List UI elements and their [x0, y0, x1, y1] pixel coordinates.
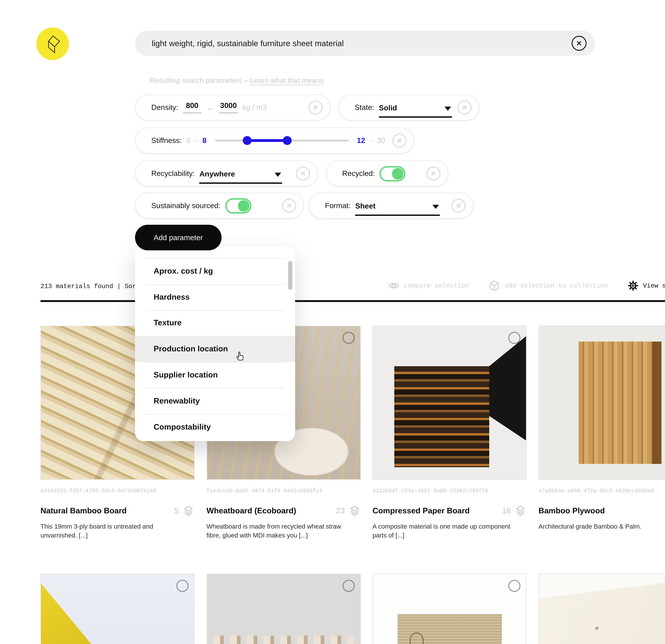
recyclability-select[interactable]: Anywhere: [200, 170, 282, 184]
decorative-shape: [213, 636, 354, 644]
remove-format-icon[interactable]: [452, 199, 466, 213]
material-card[interactable]: a7a6063e-a666-472a-88c8-eb29cc4930e8 Bam…: [538, 326, 665, 540]
option-supplier-location[interactable]: Supplier location: [135, 362, 295, 388]
density-max-input[interactable]: 3000: [219, 101, 238, 114]
remove-recyclability-icon[interactable]: [296, 167, 310, 180]
results-divider: [41, 300, 665, 302]
material-description: Wheatboard is made from recycled wheat s…: [207, 523, 348, 540]
toggle-knob: [238, 200, 249, 212]
recyclability-value: Anywhere: [200, 170, 235, 178]
select-material-circle[interactable]: [342, 580, 355, 592]
decorative-shape: [538, 580, 665, 644]
select-material-circle[interactable]: [176, 580, 189, 592]
brand-logo[interactable]: [36, 27, 69, 60]
option-compostability[interactable]: Compostability: [135, 414, 295, 440]
select-material-circle[interactable]: [509, 580, 520, 592]
view-settings-label: View settings: [643, 282, 665, 289]
chevron-down-icon: [433, 205, 439, 209]
dash: -: [370, 136, 373, 145]
compare-selection-button[interactable]: compare selection: [388, 280, 469, 292]
layers-icon: [514, 505, 527, 517]
recycled-toggle[interactable]: [379, 166, 405, 181]
range-arrow-icon: ↔: [206, 103, 214, 113]
material-description: A composite material is one made up comp…: [373, 523, 515, 540]
material-image-compressed-paper-board: [373, 326, 527, 480]
material-image-yellow-resin-board: [41, 574, 195, 644]
remove-stiffness-icon[interactable]: [393, 134, 406, 148]
material-description: Architectural grade Bamboo & Palm.: [538, 523, 665, 531]
density-label: Density:: [151, 103, 178, 112]
material-card[interactable]: [41, 574, 195, 644]
select-material-circle[interactable]: [509, 332, 520, 344]
material-id: e41d3325-fd27-4795-83c3-0d73b007ece0: [41, 488, 195, 494]
slider-handle-max[interactable]: [283, 136, 291, 145]
remove-state-icon[interactable]: [458, 100, 472, 115]
filter-density: Density: 800 ↔ 3000 kg / m3: [135, 95, 330, 121]
density-min-input[interactable]: 800: [183, 101, 202, 114]
material-image-wood-slats: [207, 574, 361, 644]
material-title: Bamboo Plywood: [538, 506, 605, 515]
folded-sheet-logo-icon: [42, 34, 63, 54]
remove-sustainably-sourced-icon[interactable]: [282, 199, 296, 213]
remove-density-icon[interactable]: [309, 100, 323, 115]
view-settings-button[interactable]: View settings: [628, 280, 665, 291]
add-selection-label: add selection to collection: [505, 282, 608, 289]
toggle-knob: [392, 168, 404, 179]
search-bar: [135, 31, 595, 56]
material-card[interactable]: [538, 574, 665, 644]
remove-recycled-icon[interactable]: [426, 167, 440, 180]
material-image-plywood-sheet: [538, 574, 665, 644]
material-card[interactable]: [207, 574, 361, 644]
material-description: This 19mm 3-ply board is untreated and u…: [41, 523, 183, 540]
add-parameter-button[interactable]: Add parameter: [135, 225, 222, 251]
recycled-label: Recycled:: [342, 169, 375, 178]
stiffness-range-min: 0: [187, 136, 191, 145]
option-aprox-cost[interactable]: Aprox. cost / kg: [135, 258, 295, 284]
format-select[interactable]: Sheet: [355, 202, 440, 216]
clear-search-icon[interactable]: [572, 36, 587, 51]
option-renewablity[interactable]: Renewablity: [135, 388, 295, 414]
stiffness-slider[interactable]: [215, 140, 348, 141]
filter-stiffness: Stiffness: 0 - 8 12 - 30: [135, 128, 414, 154]
eye-icon: [388, 280, 400, 292]
stiffness-selected-min: 8: [203, 136, 207, 145]
option-production-location[interactable]: Production location: [135, 336, 295, 362]
option-texture[interactable]: Texture: [135, 310, 295, 336]
sustainably-sourced-toggle[interactable]: [225, 198, 251, 213]
state-label: State:: [355, 103, 374, 112]
compare-selection-label: compare selection: [404, 282, 469, 289]
slider-handle-min[interactable]: [243, 136, 251, 145]
stiffness-range-max: 30: [377, 136, 385, 145]
material-count: 23: [336, 506, 345, 515]
material-title: Natural Bamboo Board: [41, 506, 127, 515]
learn-more-link[interactable]: Learn what that means: [250, 76, 324, 84]
decorative-shape: [579, 341, 652, 464]
results-toolbar: compare selection add selection to colle…: [388, 280, 665, 292]
sustainably-sourced-label: Sustainably sourced:: [151, 201, 221, 210]
state-value: Solid: [379, 104, 397, 112]
materials-grid: e41d3325-fd27-4795-83c3-0d73b007ece0 Nat…: [41, 326, 665, 540]
filter-recyclability: Recyclability: Anywhere: [135, 161, 318, 187]
state-select[interactable]: Solid: [379, 104, 452, 118]
option-hardness[interactable]: Hardness: [135, 284, 295, 310]
material-card[interactable]: 3132b9df-154a-4062-8e08-33382c393770 Com…: [373, 326, 527, 540]
gear-icon: [628, 280, 639, 291]
format-value: Sheet: [355, 202, 376, 210]
slider-range-fill: [247, 139, 287, 142]
dropdown-scrollbar[interactable]: [288, 261, 292, 290]
filter-recycled: Recycled:: [326, 161, 448, 187]
select-material-circle[interactable]: [342, 332, 355, 344]
results-summary: 213 materials found | Sort: [41, 283, 140, 290]
parameter-options-dropdown: Aprox. cost / kg Hardness Texture Produc…: [135, 246, 295, 441]
search-input[interactable]: [151, 38, 572, 48]
material-count: 5: [174, 506, 179, 515]
layers-icon: [183, 505, 194, 517]
stiffness-label: Stiffness:: [151, 136, 182, 145]
materials-grid-row2: [41, 574, 665, 644]
material-id: a7a6063e-a666-472a-88c8-eb29cc4930e8: [538, 488, 665, 494]
material-card[interactable]: [373, 574, 527, 644]
add-selection-to-collection-button[interactable]: add selection to collection: [489, 280, 608, 292]
stiffness-selected-max: 12: [357, 136, 365, 145]
chevron-down-icon: [444, 106, 451, 111]
material-image-ecor-panel: [373, 574, 527, 644]
